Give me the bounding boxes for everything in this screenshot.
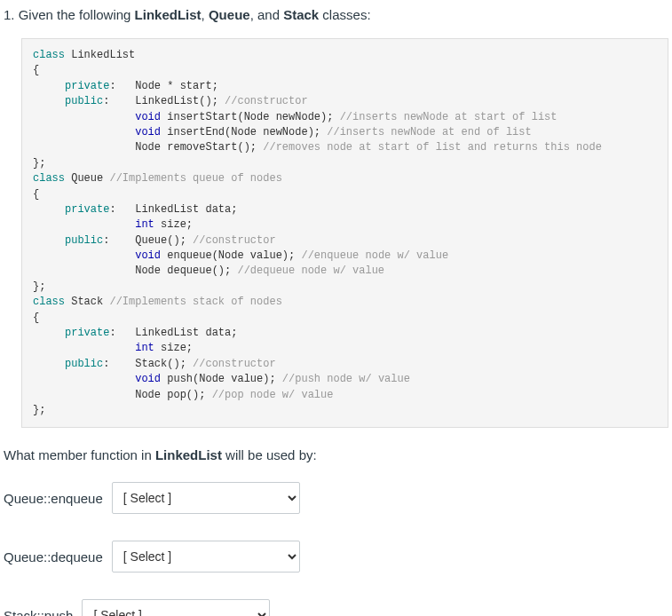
question-intro: 1. Given the following LinkedList, Queue…	[4, 7, 668, 22]
label-stack-push: Stack::push	[4, 608, 73, 616]
code-block: class LinkedList { private: Node * start…	[21, 38, 668, 428]
row-queue-enqueue: Queue::enqueue [ Select ]	[4, 482, 668, 514]
row-queue-dequeue: Queue::dequeue [ Select ]	[4, 541, 668, 573]
label-queue-enqueue: Queue::enqueue	[4, 491, 103, 506]
question-number: 1.	[4, 7, 15, 22]
bold-linkedlist: LinkedList	[135, 7, 202, 22]
select-stack-push[interactable]: [ Select ]	[82, 599, 270, 616]
bold-linkedlist-2: LinkedList	[155, 447, 222, 462]
sub-question: What member function in LinkedList will …	[4, 447, 668, 462]
label-queue-dequeue: Queue::dequeue	[4, 549, 103, 565]
select-queue-enqueue[interactable]: [ Select ]	[112, 482, 300, 514]
bold-queue: Queue	[209, 7, 250, 22]
bold-stack: Stack	[283, 7, 319, 22]
row-stack-push: Stack::push [ Select ]	[4, 599, 668, 616]
select-queue-dequeue[interactable]: [ Select ]	[112, 541, 300, 573]
